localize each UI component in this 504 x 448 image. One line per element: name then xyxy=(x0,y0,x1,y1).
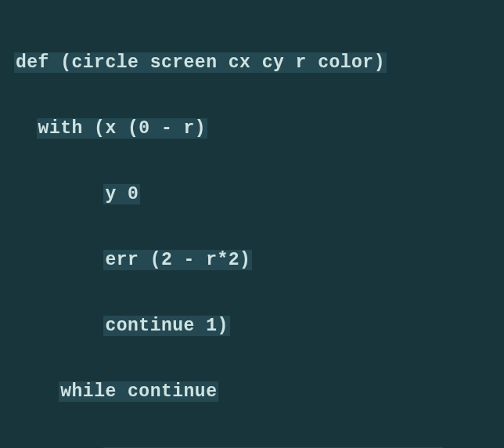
code-line: with (x (0 - r) xyxy=(14,117,504,139)
code-text: y 0 xyxy=(103,184,140,204)
code-line: while continue xyxy=(14,381,504,403)
code-line: continue 1) xyxy=(14,315,504,337)
code-text: continue 1) xyxy=(103,316,229,336)
code-text: err (2 - r*2) xyxy=(103,250,252,270)
code-text: def (circle screen cx cy r color) xyxy=(14,52,387,73)
code-line: def (circle screen cx cy r color) xyxy=(14,52,504,74)
code-block: def (circle screen cx cy r color) with (… xyxy=(14,8,504,448)
code-text: while continue xyxy=(59,381,218,402)
code-text: with (x (0 - r) xyxy=(37,118,208,139)
code-line: err (2 - r*2) xyxy=(14,249,504,271)
code-line: y 0 xyxy=(14,183,504,205)
